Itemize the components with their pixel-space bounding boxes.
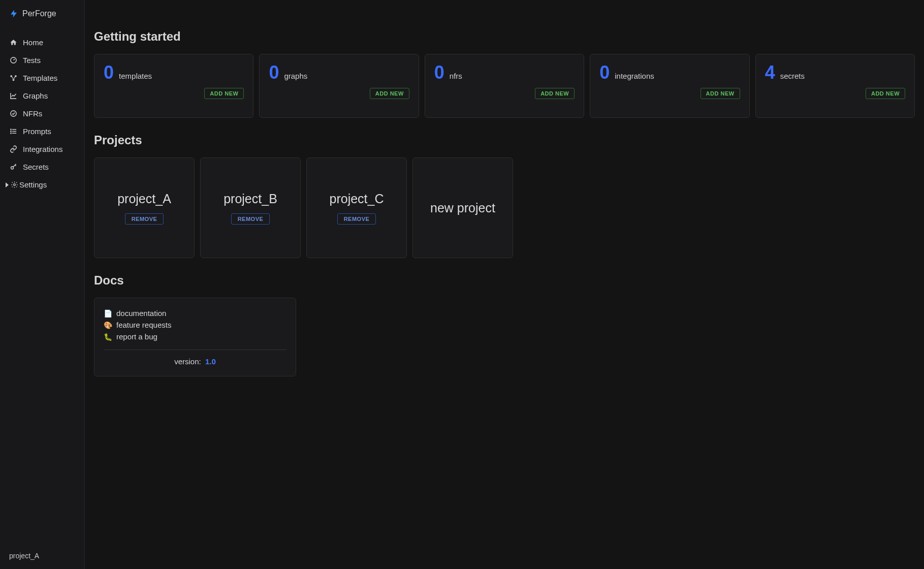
- stats-row: 0 templates ADD NEW 0 graphs ADD NEW 0 n…: [94, 54, 915, 118]
- list-icon: [9, 128, 17, 136]
- nav-item-integrations[interactable]: Integrations: [0, 140, 84, 158]
- doc-link-feature-requests[interactable]: 🎨 feature requests: [104, 319, 286, 331]
- stat-card-graphs: 0 graphs ADD NEW: [259, 54, 419, 118]
- nav-item-prompts[interactable]: Prompts: [0, 122, 84, 140]
- project-card[interactable]: project_B REMOVE: [200, 157, 301, 258]
- nav-label: Tests: [23, 56, 41, 65]
- gauge-icon: [9, 56, 17, 65]
- nav-label: Secrets: [23, 163, 49, 171]
- stat-label: graphs: [284, 72, 307, 80]
- stat-label: integrations: [615, 72, 654, 80]
- project-name: project_C: [330, 192, 384, 206]
- doc-link-label: feature requests: [116, 321, 171, 329]
- nav-label: Templates: [23, 74, 57, 82]
- bug-icon: 🐛: [104, 333, 112, 341]
- projects-row: project_A REMOVE project_B REMOVE projec…: [94, 157, 915, 258]
- nav-item-secrets[interactable]: Secrets: [0, 158, 84, 176]
- nav: Home Tests Templates Graphs NFRs: [0, 28, 84, 543]
- current-project-label: project_A: [9, 552, 39, 560]
- stat-label: nfrs: [450, 72, 462, 80]
- remove-project-button[interactable]: REMOVE: [125, 213, 164, 225]
- nav-label: NFRs: [23, 109, 42, 118]
- svg-point-11: [11, 167, 13, 169]
- gear-icon: [10, 181, 18, 189]
- stat-number: 0: [434, 64, 444, 82]
- stat-number: 0: [599, 64, 610, 82]
- svg-point-3: [12, 79, 14, 81]
- home-icon: [9, 39, 17, 47]
- add-new-secrets-button[interactable]: ADD NEW: [866, 88, 905, 99]
- version-row: version: 1.0: [104, 357, 286, 366]
- nav-item-templates[interactable]: Templates: [0, 69, 84, 87]
- nav-label: Graphs: [23, 91, 48, 100]
- brand-name: PerForge: [22, 9, 56, 18]
- add-new-graphs-button[interactable]: ADD NEW: [370, 88, 409, 99]
- check-circle-icon: [9, 110, 17, 118]
- project-name: project_A: [117, 192, 171, 206]
- svg-point-8: [10, 129, 11, 130]
- getting-started-title: Getting started: [94, 29, 915, 44]
- nav-item-nfrs[interactable]: NFRs: [0, 105, 84, 122]
- svg-point-9: [10, 131, 11, 132]
- nav-item-tests[interactable]: Tests: [0, 51, 84, 69]
- stat-number: 4: [765, 64, 775, 82]
- stat-card-secrets: 4 secrets ADD NEW: [755, 54, 915, 118]
- stat-card-nfrs: 0 nfrs ADD NEW: [425, 54, 584, 118]
- document-icon: 📄: [104, 309, 112, 318]
- remove-project-button[interactable]: REMOVE: [231, 213, 270, 225]
- projects-title: Projects: [94, 133, 915, 147]
- stat-card-integrations: 0 integrations ADD NEW: [590, 54, 749, 118]
- chart-icon: [9, 92, 17, 100]
- doc-link-label: documentation: [116, 309, 166, 318]
- add-new-templates-button[interactable]: ADD NEW: [204, 88, 244, 99]
- link-icon: [9, 145, 17, 153]
- nodes-icon: [9, 74, 17, 82]
- nav-item-settings[interactable]: Settings: [0, 176, 84, 194]
- doc-link-label: report a bug: [116, 332, 157, 341]
- svg-point-10: [10, 133, 11, 134]
- docs-title: Docs: [94, 273, 915, 288]
- stat-number: 0: [104, 64, 114, 82]
- project-card[interactable]: project_C REMOVE: [306, 157, 407, 258]
- nav-label: Prompts: [23, 127, 51, 136]
- add-new-integrations-button[interactable]: ADD NEW: [700, 88, 740, 99]
- divider: [104, 350, 286, 350]
- doc-link-documentation[interactable]: 📄 documentation: [104, 307, 286, 319]
- stat-label: templates: [119, 72, 152, 80]
- new-project-card[interactable]: new project: [412, 157, 513, 258]
- stat-number: 0: [269, 64, 279, 82]
- add-new-nfrs-button[interactable]: ADD NEW: [535, 88, 575, 99]
- nav-item-graphs[interactable]: Graphs: [0, 87, 84, 105]
- doc-link-report-bug[interactable]: 🐛 report a bug: [104, 331, 286, 342]
- remove-project-button[interactable]: REMOVE: [337, 213, 376, 225]
- brand[interactable]: PerForge: [0, 0, 84, 28]
- nav-label: Home: [23, 38, 43, 47]
- nav-item-home[interactable]: Home: [0, 34, 84, 51]
- stat-card-templates: 0 templates ADD NEW: [94, 54, 253, 118]
- nav-label: Settings: [19, 180, 47, 189]
- feature-icon: 🎨: [104, 321, 112, 329]
- new-project-label: new project: [430, 201, 495, 215]
- docs-card: 📄 documentation 🎨 feature requests 🐛 rep…: [94, 298, 296, 376]
- main-content: Getting started 0 templates ADD NEW 0 gr…: [85, 0, 924, 569]
- caret-right-icon: [5, 181, 9, 189]
- project-name: project_B: [224, 192, 277, 206]
- version-label: version:: [174, 357, 201, 366]
- sidebar: PerForge Home Tests Templates Graphs: [0, 0, 85, 569]
- version-number: 1.0: [205, 357, 216, 366]
- logo-icon: [9, 9, 18, 18]
- project-card[interactable]: project_A REMOVE: [94, 157, 195, 258]
- key-icon: [9, 163, 17, 171]
- sidebar-footer-project[interactable]: project_A: [0, 543, 84, 569]
- nav-label: Integrations: [23, 145, 62, 153]
- svg-point-12: [13, 184, 15, 186]
- stat-label: secrets: [780, 72, 805, 80]
